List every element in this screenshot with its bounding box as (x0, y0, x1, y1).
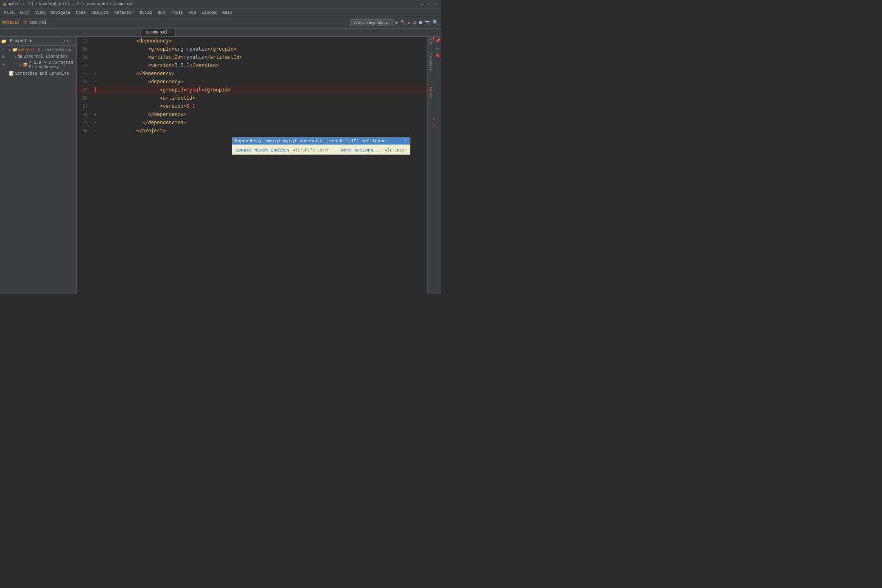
error-popup-more-icon[interactable]: ⋮ (403, 138, 408, 144)
tree-item-libraries[interactable]: ▼ 📚 External Libraries (7, 53, 76, 60)
sync-icon[interactable]: ↺ (408, 20, 411, 26)
stop-icon[interactable]: ⏹ (418, 20, 423, 26)
hide-sidebar-icon[interactable]: — (71, 38, 74, 44)
menu-help[interactable]: Help (220, 10, 234, 16)
toolbar: mybatis › m pom.xml Add Configuration...… (0, 17, 441, 29)
star-icon[interactable]: ★ (436, 46, 439, 51)
fold-icon-28[interactable]: − (94, 112, 96, 116)
bookmark-icon[interactable]: 🔖 (435, 53, 440, 58)
menu-run[interactable]: Run (155, 10, 167, 16)
close-button[interactable]: ✕ (433, 2, 438, 7)
menu-analyze[interactable]: Analyze (89, 10, 111, 16)
menu-bar: File Edit View Navigate Code Analyze Ref… (0, 9, 441, 17)
add-configuration-button[interactable]: Add Configuration... (350, 19, 394, 26)
maximize-button[interactable]: □ (426, 2, 431, 7)
tree-item-scratches[interactable]: 📝 Scratches and Consoles (7, 70, 76, 77)
gutter-24: − (91, 80, 99, 84)
error-popup-title: Dependency 'mysql:mysql-connector-java:5… (232, 137, 410, 145)
editor-content[interactable]: 19 <dependency> 20 <groupId>org.mybatis<… (77, 37, 434, 294)
line-num-22: 22 (77, 63, 91, 68)
editor-tab-bar: m pom.xml ✕ (0, 29, 441, 37)
commit-tab-icon[interactable]: ⚡ (1, 47, 6, 52)
database-tab[interactable]: Database (428, 53, 432, 71)
tree-path-mybatis: D:\java\mybatis (38, 48, 71, 52)
left-vertical-tabs: 📁 ⚡ ⊞ ★ (0, 37, 7, 294)
breadcrumb-file[interactable]: m pom.xml (24, 20, 47, 25)
menu-code[interactable]: Code (74, 10, 88, 16)
line-num-28: 28 (77, 112, 91, 117)
project-tab-icon[interactable]: 📁 (1, 38, 6, 44)
tree-label-mybatis: mybatis (18, 48, 36, 52)
tree-arrow-mybatis: ▶ (9, 48, 11, 52)
tree-jdk-icon: 📦 (23, 62, 28, 67)
line-num-29: 29 (77, 120, 91, 125)
tree-library-icon: 📚 (18, 54, 22, 59)
project-label: Project ▼ (10, 39, 32, 43)
line-num-25: 25 (77, 87, 91, 93)
tab-pom-xml[interactable]: m pom.xml ✕ (142, 29, 176, 36)
tree-label-jdk: < 1.8 > C:\Program Files\Java\j (29, 60, 75, 69)
menu-view[interactable]: View (33, 10, 47, 16)
line-num-19: 19 (77, 38, 91, 44)
minimize-button[interactable]: — (420, 2, 425, 7)
menu-edit[interactable]: Edit (17, 10, 32, 16)
favorites-tab-icon[interactable]: ★ (1, 62, 6, 67)
project-sidebar: Project ▼ ↺ ⚙ — ▶ 📁 mybatis D:\java\myba… (7, 37, 77, 294)
gutter-25: ❗ (91, 87, 99, 93)
menu-build[interactable]: Build (137, 10, 154, 16)
fold-icon-30[interactable]: − (94, 129, 96, 133)
settings-sidebar-icon[interactable]: ⚙ (67, 38, 70, 44)
sidebar-header: Project ▼ ↺ ⚙ — (7, 37, 76, 46)
fold-icon-29[interactable]: − (94, 120, 96, 125)
code-lines: 19 <dependency> 20 <groupId>org.mybatis<… (77, 37, 434, 294)
structure-tab-icon[interactable]: ⊞ (1, 56, 6, 58)
menu-refactor[interactable]: Refactor (112, 10, 136, 16)
tree-scratches-icon: 📝 (9, 71, 14, 76)
error-popup: Dependency 'mysql:mysql-connector-java:5… (232, 137, 410, 155)
right-side-panel: Ant Database Maven 🐸 (427, 37, 433, 294)
tree-item-jdk[interactable]: ▶ 📦 < 1.8 > C:\Program Files\Java\j (7, 60, 76, 70)
tree-folder-icon: 📁 (12, 47, 17, 52)
tab-close-icon[interactable]: ✕ (169, 30, 171, 35)
project-tree: ▶ 📁 mybatis D:\java\mybatis ▼ 📚 External… (7, 46, 76, 294)
line-num-20: 20 (77, 47, 91, 52)
menu-file[interactable]: File (2, 10, 16, 16)
tree-label-scratches: Scratches and Consoles (15, 71, 69, 76)
search-everywhere-icon[interactable]: 🔍 (432, 20, 439, 26)
maven-tab[interactable]: Maven (428, 87, 432, 98)
fold-icon-23[interactable]: − (94, 71, 96, 76)
fold-icon-24[interactable]: − (94, 80, 96, 84)
menu-tools[interactable]: Tools (168, 10, 185, 16)
tree-arrow-libraries: ▼ (14, 55, 16, 58)
screenshot-icon[interactable]: 📷 (425, 20, 431, 26)
sync-sidebar-icon[interactable]: ↺ (62, 38, 65, 44)
pin-icon[interactable]: 📌 (435, 38, 440, 43)
line-num-26: 26 (77, 96, 91, 101)
editor-area: 19 <dependency> 20 <groupId>org.mybatis<… (77, 37, 434, 294)
tree-label-libraries: External Libraries (24, 54, 68, 59)
line-num-21: 21 (77, 55, 91, 60)
title-bar-left: m mybatis [d:\java\mybatis] – D:\java\my… (3, 2, 134, 7)
build-icon[interactable]: 🔨 (400, 20, 406, 26)
title-text: mybatis [d:\java\mybatis] – D:\java\myba… (9, 2, 134, 7)
menu-window[interactable]: Window (199, 10, 219, 16)
app-icon: m (3, 2, 6, 7)
update-maven-indices-link[interactable]: Update Maven Indices (236, 148, 290, 153)
line-num-23: 23 (77, 71, 91, 76)
title-bar: m mybatis [d:\java\mybatis] – D:\java\my… (0, 0, 441, 9)
menu-navigate[interactable]: Navigate (48, 10, 73, 16)
reload-icon[interactable]: ⟲ (412, 20, 416, 26)
breadcrumb-sep: › (21, 20, 23, 25)
gutter-23: − (91, 71, 99, 76)
update-maven-shortcut: Alt+Shift+Enter (293, 148, 330, 153)
breadcrumb-project[interactable]: mybatis (2, 20, 20, 25)
tab-pom-xml-label: pom.xml (150, 30, 167, 35)
ant-tab[interactable]: Ant (428, 38, 432, 45)
line-num-27: 27 (77, 104, 91, 109)
more-actions-link[interactable]: More actions... (341, 148, 381, 153)
run-icon[interactable]: ▶ (396, 20, 399, 26)
error-popup-actions: Update Maven Indices Alt+Shift+Enter Mor… (236, 146, 407, 153)
tree-item-mybatis[interactable]: ▶ 📁 mybatis D:\java\mybatis (7, 47, 76, 53)
gutter-29: − (91, 120, 99, 125)
menu-vcs[interactable]: VCS (186, 10, 198, 16)
